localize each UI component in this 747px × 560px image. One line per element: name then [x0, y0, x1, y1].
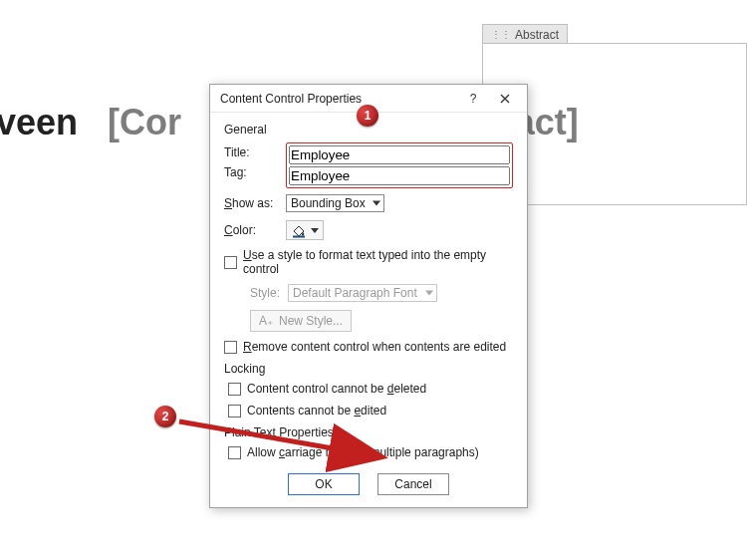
label-tag: Tag: [224, 165, 278, 179]
show-as-value: Bounding Box [291, 196, 366, 210]
chevron-down-icon [373, 201, 380, 206]
cannot-edit-checkbox[interactable] [228, 405, 241, 418]
remove-on-edit-label: Remove content control when contents are… [243, 340, 506, 354]
chevron-down-icon [311, 228, 319, 233]
cannot-delete-checkbox[interactable] [228, 383, 241, 396]
carriage-returns-checkbox[interactable] [228, 446, 241, 459]
annotation-callout-1: 1 [357, 105, 378, 127]
label-style: Style: [250, 286, 280, 300]
help-button[interactable]: ? [457, 85, 489, 113]
paint-bucket-icon [291, 222, 307, 238]
chevron-down-icon [425, 291, 433, 296]
color-picker[interactable] [286, 220, 324, 240]
ok-button[interactable]: OK [288, 473, 360, 495]
use-style-label: Use a style to format text typed into th… [243, 248, 513, 276]
new-style-button: A₊ New Style... [250, 310, 352, 332]
page-root: veen [Cor Abstract] ⋮⋮ Abstract Content … [0, 0, 747, 560]
use-style-checkbox[interactable] [224, 256, 237, 269]
show-as-dropdown[interactable]: Bounding Box [286, 194, 384, 212]
close-button[interactable] [489, 85, 521, 113]
bg-placeholder-left: [Cor [108, 102, 181, 142]
close-icon [500, 94, 510, 104]
title-input[interactable] [289, 145, 510, 164]
font-a-icon: A₊ [259, 314, 273, 328]
section-plaintext: Plain Text Properties [224, 425, 513, 439]
cannot-edit-label: Contents cannot be edited [247, 404, 386, 418]
svg-rect-0 [293, 236, 305, 238]
dialog-body: General Title: Tag: Show as: Bounding Bo… [210, 113, 527, 507]
label-show-as: Show as: [224, 196, 278, 210]
content-control-properties-dialog: Content Control Properties ? General Tit… [209, 84, 528, 508]
title-tag-highlight [286, 142, 513, 188]
dialog-title: Content Control Properties [220, 92, 457, 106]
grab-handle-icon: ⋮⋮ [491, 29, 511, 40]
cancel-button[interactable]: Cancel [377, 473, 449, 495]
content-control-tab[interactable]: ⋮⋮ Abstract [482, 24, 568, 44]
content-control-tab-label: Abstract [515, 28, 559, 42]
style-value: Default Paragraph Font [293, 286, 417, 300]
style-dropdown: Default Paragraph Font [288, 284, 437, 302]
carriage-returns-label: Allow carriage returns (multiple paragra… [247, 445, 479, 459]
tag-input[interactable] [289, 166, 510, 185]
bg-word-veen: veen [0, 102, 78, 142]
section-locking: Locking [224, 362, 513, 376]
annotation-callout-2: 2 [154, 406, 176, 427]
cannot-delete-label: Content control cannot be deleted [247, 382, 426, 396]
label-color: Color: [224, 223, 278, 237]
new-style-label: New Style... [279, 314, 343, 328]
label-title: Title: [224, 145, 278, 159]
remove-on-edit-checkbox[interactable] [224, 341, 237, 354]
